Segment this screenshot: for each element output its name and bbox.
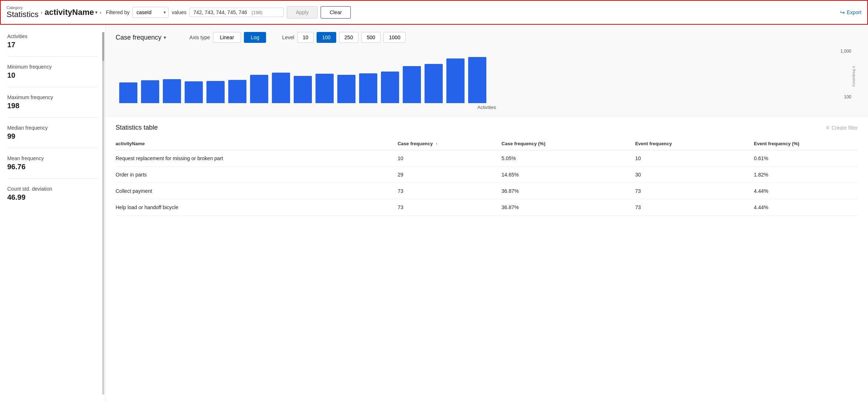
- cell-casefreqpct-3: 36.87%: [502, 199, 635, 216]
- values-label: values: [172, 9, 186, 15]
- export-section[interactable]: ↪ Export: [840, 9, 861, 16]
- bar-9: [316, 74, 334, 103]
- cell-eventfreq-0: 10: [635, 150, 754, 167]
- stat-label-2: Maximum frequency: [7, 94, 98, 100]
- cell-casefreq-3: 73: [398, 199, 502, 216]
- col-header-event-freq: Event frequency: [635, 137, 754, 150]
- category-label: Category: [7, 5, 39, 10]
- breadcrumb-chevron-1: ›: [41, 9, 43, 15]
- create-filter-label: Create filter: [832, 125, 858, 131]
- bar-6: [250, 75, 268, 103]
- level-label: Level: [282, 34, 294, 40]
- stat-value-2: 198: [7, 102, 98, 110]
- filter-values-input[interactable]: 742, 743, 744, 745, 746 (198): [189, 8, 284, 17]
- bar-5: [228, 80, 246, 103]
- stat-label-1: Minimum frequency: [7, 64, 98, 70]
- create-filter-button[interactable]: ≡ Create filter: [826, 125, 858, 131]
- cell-eventfreqpct-1: 1.82%: [754, 167, 858, 183]
- header-bar: Category Statistics › activityName ▾ › F…: [0, 0, 868, 25]
- chart-section: Case frequency ▾ Axis type Linear Log Le…: [105, 25, 868, 117]
- y-axis-labels: 1,000 100: [840, 49, 851, 100]
- chart-header: Case frequency ▾ Axis type Linear Log Le…: [116, 32, 858, 43]
- cell-casefreq-1: 29: [398, 167, 502, 183]
- cell-activity-0: Request replacement for missing or broke…: [116, 150, 398, 167]
- sidebar-scrollbar[interactable]: [102, 32, 104, 395]
- col-header-case-freq[interactable]: Case frequency ↑: [398, 137, 502, 150]
- stat-value-3: 99: [7, 132, 98, 141]
- table-title: Statistics table: [116, 124, 158, 131]
- level-100-button[interactable]: 100: [317, 32, 336, 43]
- content-area: Case frequency ▾ Axis type Linear Log Le…: [105, 25, 868, 402]
- stat-value-0: 17: [7, 41, 98, 49]
- bar-12: [381, 72, 399, 103]
- apply-button[interactable]: Apply: [287, 6, 318, 19]
- cell-casefreqpct-0: 5.05%: [502, 150, 635, 167]
- stat-item-0: Activities 17: [7, 33, 98, 57]
- chart-title-text: Case frequency: [116, 34, 161, 41]
- cell-activity-3: Help load or handoff bicycle: [116, 199, 398, 216]
- level-1000-button[interactable]: 1000: [383, 32, 406, 43]
- bar-16: [468, 57, 486, 103]
- stat-label-4: Mean frequency: [7, 155, 98, 161]
- statistics-table: activityName Case frequency ↑ Case frequ…: [116, 137, 858, 216]
- y-axis-title: ≥ frequency: [852, 66, 856, 86]
- cell-casefreqpct-1: 14.65%: [502, 167, 635, 183]
- table-header-row-el: activityName Case frequency ↑ Case frequ…: [116, 137, 858, 150]
- filter-values-text: 742, 743, 744, 745, 746: [193, 9, 247, 15]
- stat-label-5: Count std. deviation: [7, 186, 98, 192]
- bar-3: [185, 81, 203, 103]
- export-icon: ↪: [840, 9, 845, 16]
- sidebar-scrollbar-thumb[interactable]: [102, 32, 104, 61]
- level-10-button[interactable]: 10: [297, 32, 314, 43]
- breadcrumb-chevron-2: ›: [100, 9, 101, 15]
- filter-field-select-wrapper[interactable]: caseId: [132, 7, 169, 18]
- bar-15: [446, 58, 465, 103]
- filter-icon: ≡: [826, 125, 829, 131]
- cell-eventfreqpct-2: 4.44%: [754, 183, 858, 199]
- table-body: Request replacement for missing or broke…: [116, 150, 858, 216]
- bar-10: [337, 75, 355, 103]
- cell-eventfreqpct-0: 0.61%: [754, 150, 858, 167]
- filtered-by-label: Filtered by: [106, 9, 129, 15]
- breadcrumb-dropdown-icon[interactable]: ▾: [95, 10, 97, 15]
- stat-item-5: Count std. deviation 46.99: [7, 186, 98, 209]
- table-head: activityName Case frequency ↑ Case frequ…: [116, 137, 858, 150]
- chart-title: Case frequency ▾: [116, 34, 166, 41]
- stat-item-2: Maximum frequency 198: [7, 94, 98, 118]
- chart-title-dropdown-icon[interactable]: ▾: [164, 34, 166, 40]
- stat-item-3: Median frequency 99: [7, 125, 98, 148]
- clear-button[interactable]: Clear: [321, 6, 351, 19]
- col-header-case-freq-pct: Case frequency (%): [502, 137, 635, 150]
- axis-type-section: Axis type Linear Log: [189, 32, 266, 43]
- level-250-button[interactable]: 250: [339, 32, 358, 43]
- stat-value-1: 10: [7, 71, 98, 80]
- bar-0: [119, 82, 137, 103]
- cell-activity-1: Order in parts: [116, 167, 398, 183]
- y-axis-top: 1,000: [840, 49, 851, 54]
- table-row: Collect payment 73 36.87% 73 4.44%: [116, 183, 858, 199]
- level-500-button[interactable]: 500: [361, 32, 381, 43]
- table-section: Statistics table ≡ Create filter activit…: [105, 117, 868, 223]
- cell-casefreqpct-2: 36.87%: [502, 183, 635, 199]
- col-header-event-freq-pct: Event frequency (%): [754, 137, 858, 150]
- export-label: Export: [847, 9, 861, 15]
- breadcrumb-root: Statistics: [7, 10, 39, 19]
- cell-eventfreqpct-3: 4.44%: [754, 199, 858, 216]
- col-header-activity: activityName: [116, 137, 398, 150]
- filter-field-select[interactable]: caseId: [132, 7, 169, 18]
- cell-eventfreq-1: 30: [635, 167, 754, 183]
- level-section: Level 10 100 250 500 1000: [282, 32, 406, 43]
- y-axis-mid: 100: [840, 94, 851, 100]
- axis-log-button[interactable]: Log: [244, 32, 266, 43]
- breadcrumb: Category Statistics › activityName ▾ ›: [7, 5, 101, 19]
- table-row: Order in parts 29 14.65% 30 1.82%: [116, 167, 858, 183]
- bar-chart: Activities 1,000 100 ≥ frequency: [119, 49, 854, 110]
- axis-type-label: Axis type: [189, 34, 210, 40]
- table-header-row: Statistics table ≡ Create filter: [116, 124, 858, 131]
- bar-4: [206, 81, 225, 103]
- stat-value-5: 46.99: [7, 193, 98, 202]
- axis-linear-button[interactable]: Linear: [213, 32, 241, 43]
- cell-casefreq-0: 10: [398, 150, 502, 167]
- breadcrumb-sub: activityName: [45, 8, 94, 17]
- bar-13: [403, 66, 421, 103]
